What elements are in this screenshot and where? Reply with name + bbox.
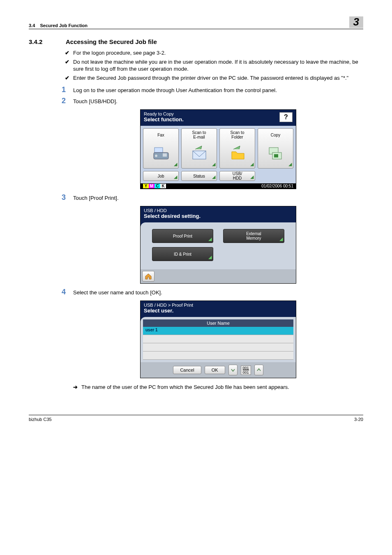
column-header: User Name (143, 319, 293, 327)
tile-label: Copy (271, 130, 280, 139)
svg-rect-4 (193, 151, 206, 159)
screenshot-select-user: USB / HDD > Proof Print Select user. Use… (73, 301, 363, 378)
tile-label: Status (193, 174, 205, 178)
corner-icon: ◢ (212, 162, 215, 167)
header-line1: Ready to Copy (144, 111, 184, 116)
corner-icon: ◢ (250, 162, 254, 167)
page-indicator: 001 001 (241, 365, 251, 375)
corner-icon: ◢ (250, 174, 254, 180)
tile-grid: Fax ◢ Scan to E-mail ◢ Sca (141, 126, 296, 183)
panel-header: USB / HDD Select desired setting. (141, 206, 296, 222)
checklist-item: For the logon procedure, see page 3-2. (73, 49, 363, 57)
tile-label: Scan to E-mail (192, 130, 206, 139)
folder-icon (228, 139, 247, 167)
ymck-indicator: Y M C K (143, 184, 166, 188)
help-button[interactable]: ? (279, 112, 293, 122)
page-total: 001 (243, 370, 249, 375)
proof-print-button[interactable]: Proof Print ◢ (152, 229, 213, 243)
section-heading: Accessing the Secured Job file (66, 38, 157, 45)
step-text: Touch [Proof Print]. (73, 195, 119, 201)
header-line2: Select user. (144, 308, 293, 314)
header-section-title: Secured Job Function (40, 23, 88, 28)
tile-label: Fax (157, 130, 164, 139)
checklist: For the logon procedure, see page 3-2. D… (29, 49, 363, 81)
user-row-empty[interactable] (143, 335, 293, 343)
chapter-badge: 3 (349, 16, 363, 28)
step-3: 3 Touch [Proof Print]. USB / HDD Select … (73, 195, 363, 284)
tile-fax[interactable]: Fax ◢ (143, 128, 179, 169)
tile-label: Job (157, 174, 164, 178)
step-1: 1 Log on to the user operation mode thro… (73, 87, 363, 93)
screenshot-main-menu: Ready to Copy Select function. ? Fax ◢ (73, 109, 363, 189)
tile-scan-folder[interactable]: Scan to Folder ◢ (219, 128, 255, 169)
step-text: Log on to the user operation mode throug… (73, 87, 277, 93)
step-number: 2 (62, 97, 66, 105)
header-left: 3.4 Secured Job Function (29, 23, 88, 28)
tile-job[interactable]: Job ◢ (143, 171, 179, 181)
panel-footer: Cancel OK 001 001 (141, 362, 296, 378)
tile-scan-email[interactable]: Scan to E-mail ◢ (181, 128, 217, 169)
user-row-empty[interactable] (143, 352, 293, 360)
step-number: 1 (62, 86, 66, 94)
corner-icon: ◢ (208, 236, 212, 241)
cancel-button[interactable]: Cancel (173, 366, 201, 374)
arrow-note-text: The name of the user of the PC from whic… (81, 384, 289, 390)
page-footer: bizhub C35 3-20 (29, 415, 363, 422)
corner-icon: ◢ (288, 162, 292, 167)
button-label: External Memory (246, 231, 261, 240)
screenshot-usb-hdd: USB / HDD Select desired setting. Proof … (73, 206, 363, 284)
panel-body: Proof Print ◢ External Memory ◢ ID & Pri… (141, 222, 296, 269)
toner-y: Y (143, 184, 149, 188)
home-button[interactable] (142, 271, 154, 282)
step-number: 3 (62, 193, 66, 202)
header-line2: Select function. (144, 116, 184, 123)
page-up-button[interactable] (254, 365, 263, 375)
toner-c: C (154, 184, 160, 188)
external-memory-button[interactable]: External Memory ◢ (223, 229, 284, 243)
step-4: 4 Select the user name and touch [OK]. U… (73, 289, 363, 378)
panel-usb-hdd: USB / HDD Select desired setting. Proof … (140, 206, 296, 284)
button-grid: Proof Print ◢ External Memory ◢ ID & Pri… (144, 229, 293, 267)
tile-usb-hdd[interactable]: USB/ HDD ◢ (219, 171, 255, 181)
svg-point-3 (155, 155, 157, 157)
page-down-button[interactable] (228, 365, 238, 375)
panel-header: USB / HDD > Proof Print Select user. (141, 301, 296, 317)
fax-icon (151, 139, 171, 167)
svg-rect-0 (154, 148, 163, 153)
tile-copy[interactable]: Copy ◢ (258, 128, 293, 169)
corner-icon: ◢ (174, 174, 177, 180)
empty-cell (223, 247, 284, 261)
header-line1: USB / HDD > Proof Print (144, 303, 293, 308)
timestamp: 01/02/2006 00:51 (261, 184, 293, 188)
arrow-note: The name of the user of the PC from whic… (29, 384, 363, 390)
ok-button[interactable]: OK (205, 366, 225, 374)
checklist-item: Enter the Secured Job password through t… (73, 74, 363, 82)
panel-header-text: Ready to Copy Select function. (144, 111, 184, 123)
toner-m: M (149, 184, 154, 188)
copy-icon (266, 139, 286, 167)
header-section-num: 3.4 (29, 23, 35, 28)
tile-label: Scan to Folder (231, 130, 244, 139)
corner-icon: ◢ (212, 174, 215, 180)
section-title: 3.4.2 Accessing the Secured Job file (29, 38, 363, 45)
panel-header: Ready to Copy Select function. ? (141, 110, 296, 126)
tile-status[interactable]: Status ◢ (181, 171, 217, 181)
id-print-button[interactable]: ID & Print ◢ (152, 247, 213, 261)
tile-label: USB/ HDD (233, 171, 242, 180)
checklist-item: Do not leave the machine while you are i… (73, 58, 363, 73)
user-row-selected[interactable]: user 1 (143, 327, 293, 335)
user-row-empty[interactable] (143, 343, 293, 352)
steps-list: 1 Log on to the user operation mode thro… (29, 87, 363, 378)
svg-rect-2 (163, 153, 167, 157)
svg-rect-7 (274, 154, 278, 157)
toner-k: K (160, 184, 166, 188)
step-text: Touch [USB/HDD]. (73, 98, 118, 104)
footer-left: bizhub C35 (29, 417, 52, 422)
button-label: Proof Print (173, 234, 192, 238)
email-icon (189, 139, 209, 167)
empty-cell (258, 171, 293, 181)
page-header: 3.4 Secured Job Function 3 (29, 16, 363, 29)
section-number: 3.4.2 (29, 38, 54, 45)
corner-icon: ◢ (279, 236, 283, 241)
panel-footer (141, 269, 296, 283)
